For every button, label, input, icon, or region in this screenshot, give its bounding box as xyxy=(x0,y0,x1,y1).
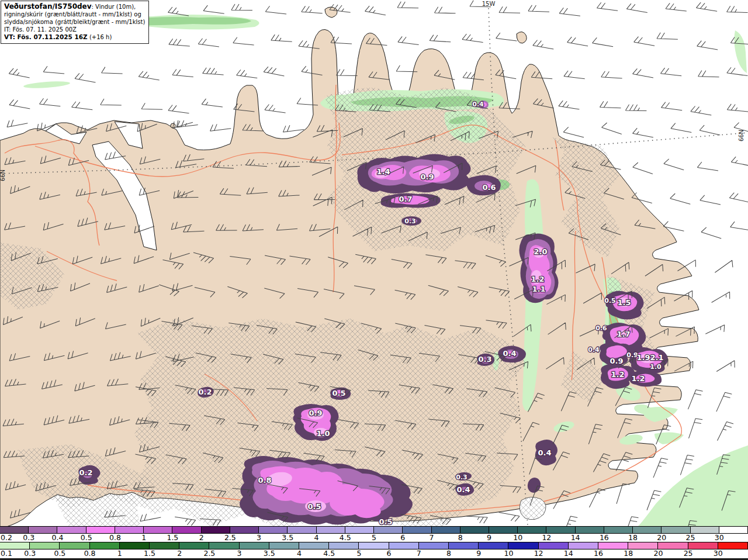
scale-tick-label: 6 xyxy=(387,549,392,557)
precip-value-label: 1.4 xyxy=(376,167,390,176)
scale-segment xyxy=(658,542,688,549)
scale-segment xyxy=(120,542,150,549)
scale-segment xyxy=(489,527,518,533)
precip-value-label: 0.3 xyxy=(478,355,491,364)
scale-segment xyxy=(90,542,120,549)
scale-segment xyxy=(30,542,60,549)
scale-tick-label: 4.5 xyxy=(340,534,351,541)
scale-tick-label: 0.4 xyxy=(52,534,64,541)
scale-tick-label: 0.1 xyxy=(1,549,12,557)
scale-segment xyxy=(508,542,538,549)
scale-segment xyxy=(269,542,299,549)
scale-segment xyxy=(230,527,259,533)
scale-segment xyxy=(288,527,316,533)
sleet-colour-scale: 0.20.30.40.50.811.522.533.544.5567891012… xyxy=(0,526,748,541)
precip-value-label: 1.5 xyxy=(617,298,631,307)
precip-value-label: 1.2 xyxy=(611,370,624,379)
scale-tick-label: 3.5 xyxy=(282,534,293,541)
scale-segment xyxy=(539,542,569,549)
scale-tick-label: 9 xyxy=(476,549,481,557)
scale-segment xyxy=(202,527,230,533)
scale-tick-label: 25 xyxy=(686,534,695,541)
scale-tick-label: 18 xyxy=(628,534,638,541)
precip-value-label: 0.4 xyxy=(588,346,600,354)
precip-value-label: 0.9 xyxy=(309,409,322,417)
weather-map-screenshot: 15W66N66N xyxy=(0,0,748,560)
scale-segment xyxy=(604,527,633,533)
scale-tick-label: 16 xyxy=(600,534,609,541)
info-line-valid-time: VT: Fös. 07.11.2025 16Z (+16 h) xyxy=(4,33,145,41)
scale-segment xyxy=(688,542,718,549)
scale-tick-label: 0.8 xyxy=(84,549,96,557)
precip-value-label: 0.4 xyxy=(503,349,516,358)
scale-segment xyxy=(633,527,662,533)
scale-segment xyxy=(115,527,144,533)
scale-tick-label: 5 xyxy=(372,534,376,541)
scale-tick-label: 0.5 xyxy=(54,549,65,557)
scale-segment xyxy=(144,527,172,533)
scale-segment xyxy=(718,542,748,549)
precip-value-label: 0.5 xyxy=(332,389,345,397)
sleet-scale-labels: 0.20.30.40.50.811.522.533.544.5567891012… xyxy=(0,534,748,541)
scale-segment xyxy=(150,542,179,549)
scale-tick-label: 0.5 xyxy=(81,534,92,541)
scale-segment xyxy=(389,542,419,549)
scale-segment xyxy=(518,527,546,533)
forecast-info-box: Veðurstofan/IS750dev: Vindur (10m), rign… xyxy=(1,1,149,44)
scale-segment xyxy=(598,542,628,549)
scale-segment xyxy=(403,527,431,533)
scale-segment xyxy=(0,542,30,549)
scale-tick-label: 1.5 xyxy=(144,549,155,557)
scale-segment xyxy=(449,542,479,549)
scale-segment xyxy=(460,527,489,533)
graticule-label: 15W xyxy=(482,1,496,7)
scale-tick-label: 0.2 xyxy=(1,534,12,541)
scale-tick-label: 8 xyxy=(446,549,451,557)
precip-value-label: 0.9 xyxy=(420,172,434,181)
scale-tick-label: 25 xyxy=(684,549,693,557)
precip-value-label: 0.8 xyxy=(258,476,271,485)
scale-tick-label: 2.5 xyxy=(224,534,236,541)
scale-tick-label: 0.3 xyxy=(24,549,36,557)
info-line-sleet: slydda/snjókoma (grátt/bleikt/grænt - mm… xyxy=(4,18,145,26)
precip-value-label: 0.6 xyxy=(595,324,607,332)
rain-scale-bar xyxy=(0,542,748,549)
scale-segment xyxy=(345,527,374,533)
scale-tick-label: 4 xyxy=(297,549,302,557)
scale-tick-label: 12 xyxy=(534,549,543,557)
precip-value-label: 2.1 xyxy=(650,353,663,362)
graticule-label: 66N xyxy=(0,170,6,181)
scale-tick-label: 4 xyxy=(314,534,319,541)
scale-segment xyxy=(419,542,449,549)
scale-tick-label: 3 xyxy=(237,549,242,557)
precip-value-label: 0.4 xyxy=(538,448,551,457)
scale-tick-label: 9 xyxy=(487,534,491,541)
scale-segment xyxy=(29,527,57,533)
scale-tick-label: 6 xyxy=(400,534,405,541)
scale-segment xyxy=(329,542,359,549)
scale-tick-label: 1 xyxy=(117,549,122,557)
scale-tick-label: 10 xyxy=(504,549,513,557)
precip-value-label: 0.4 xyxy=(472,101,484,108)
scale-tick-label: 30 xyxy=(715,534,724,541)
weather-map: 15W66N66N xyxy=(0,0,748,526)
precip-value-label: 0.6 xyxy=(482,183,496,192)
scale-segment xyxy=(60,542,89,549)
precip-value-label: 0.5 xyxy=(604,297,616,305)
precip-value-label: 0.3 xyxy=(456,473,468,481)
info-line-model: Veðurstofan/IS750dev: Vindur (10m), xyxy=(4,3,145,11)
scale-tick-label: 16 xyxy=(594,549,603,557)
precip-value-label: 0.5 xyxy=(379,517,392,526)
scale-segment xyxy=(240,542,269,549)
scale-segment xyxy=(57,527,86,533)
scale-tick-label: 14 xyxy=(564,549,573,557)
precip-value-label: 0.2 xyxy=(79,468,92,477)
scale-tick-label: 12 xyxy=(542,534,551,541)
scale-tick-label: 3.5 xyxy=(264,549,275,557)
scale-segment xyxy=(299,542,329,549)
precip-value-label: 1.9 xyxy=(636,353,650,362)
rain-scale-labels: 0.10.30.50.811.522.533.544.5567891012141… xyxy=(0,549,748,557)
graticule-label: 66N xyxy=(738,130,744,141)
info-line-rain: rigning/skúrir (grænt/blátt/rautt - mm/1… xyxy=(4,11,145,18)
scale-tick-label: 10 xyxy=(513,534,522,541)
